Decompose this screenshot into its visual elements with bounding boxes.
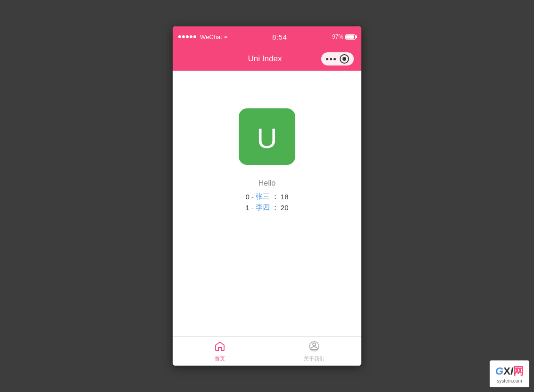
about-icon — [309, 341, 320, 354]
dash-1: - — [251, 204, 254, 212]
phone-frame: WeChat ≈ 8:54 97% Uni Index — [173, 26, 361, 366]
dash-0: - — [251, 193, 254, 201]
status-time: 8:54 — [272, 33, 287, 41]
app-logo: U — [239, 108, 295, 165]
tab-bar: 首页 关于我们 — [173, 336, 361, 366]
tab-about[interactable]: 关于我们 — [267, 337, 361, 366]
watermark-net: 网 — [513, 364, 524, 378]
watermark-xi: X — [503, 365, 510, 377]
name-1: 李四 — [256, 203, 270, 212]
tab-about-label: 关于我们 — [304, 355, 325, 362]
status-right: 97% — [332, 33, 356, 40]
watermark: G X I 网 system.com — [490, 360, 529, 387]
logo-letter: U — [257, 124, 277, 153]
data-row-1: 1 - 李四 ： 20 — [245, 203, 288, 212]
hello-text: Hello — [259, 179, 275, 188]
tab-home-label: 首页 — [215, 355, 225, 362]
name-0: 张三 — [256, 192, 270, 201]
home-icon — [214, 341, 225, 354]
nav-title: Uni Index — [209, 54, 321, 64]
status-left: WeChat ≈ — [178, 33, 227, 41]
carrier-label: WeChat — [200, 33, 222, 41]
value-1: 20 — [281, 204, 289, 212]
nav-bar: Uni Index — [173, 47, 361, 71]
wifi-icon: ≈ — [224, 33, 227, 40]
colon-1: ： — [272, 203, 279, 212]
battery-percent: 97% — [332, 33, 343, 40]
svg-point-0 — [313, 343, 316, 346]
colon-0: ： — [272, 192, 279, 201]
record-icon — [340, 54, 349, 64]
nav-more-btn[interactable] — [321, 52, 354, 65]
watermark-sub: system.com — [495, 378, 524, 384]
battery-icon — [345, 34, 356, 40]
data-row-0: 0 - 张三 ： 18 — [245, 192, 288, 201]
more-dots-icon — [326, 58, 336, 60]
tab-home[interactable]: 首页 — [173, 337, 267, 366]
value-0: 18 — [281, 193, 289, 201]
data-list: 0 - 张三 ： 18 1 - 李四 ： 20 — [245, 192, 288, 212]
watermark-g: G — [495, 365, 503, 377]
status-bar: WeChat ≈ 8:54 97% — [173, 26, 361, 47]
watermark-inner: G X I 网 system.com — [495, 364, 524, 384]
index-1: 1 — [245, 204, 249, 212]
main-content: U Hello 0 - 张三 ： 18 1 - 李四 ： 20 — [173, 71, 361, 336]
signal-dots — [178, 35, 196, 38]
index-0: 0 — [245, 193, 249, 201]
